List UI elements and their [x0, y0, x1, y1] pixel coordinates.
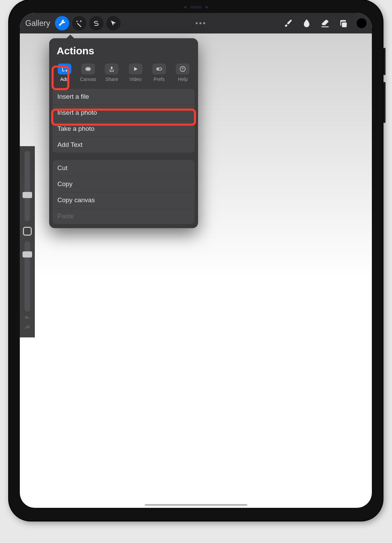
brush-opacity-slider[interactable]	[25, 241, 30, 311]
actions-tab-row: Add Canvas Share Video Prefs	[49, 62, 198, 87]
menu-paste: Paste	[53, 208, 195, 224]
tab-canvas[interactable]: Canvas	[76, 62, 100, 83]
layers-icon	[339, 18, 348, 28]
eraser-icon	[320, 18, 330, 28]
undo-icon[interactable]	[24, 315, 31, 321]
menu-copy-canvas[interactable]: Copy canvas	[53, 192, 195, 208]
menu-take-photo[interactable]: Take a photo	[53, 121, 195, 137]
ipad-frame: Gallery	[9, 0, 383, 521]
slider-thumb[interactable]	[23, 251, 32, 257]
tab-video[interactable]: Video	[124, 62, 147, 83]
svg-rect-0	[86, 68, 90, 70]
tab-help[interactable]: Help	[171, 62, 195, 83]
tab-label: Canvas	[80, 76, 96, 82]
eyedropper-button[interactable]	[23, 227, 32, 236]
tab-label: Help	[178, 76, 188, 82]
menu-cut[interactable]: Cut	[53, 160, 195, 176]
share-icon	[108, 66, 115, 72]
transform-button[interactable]	[106, 16, 121, 30]
redo-icon[interactable]	[24, 324, 31, 331]
side-panel	[20, 146, 35, 337]
toggle-icon	[156, 66, 163, 72]
brush-size-slider[interactable]	[25, 151, 30, 221]
wand-icon	[75, 19, 83, 27]
play-icon	[132, 66, 139, 72]
canvas-icon	[85, 66, 92, 72]
selection-s-icon	[93, 19, 100, 27]
tab-prefs[interactable]: Prefs	[147, 62, 171, 83]
smudge-tool[interactable]	[299, 15, 314, 31]
menu-group-insert: Insert a file Insert a photo Take a phot…	[49, 87, 198, 154]
tab-label: Share	[106, 76, 118, 82]
modify-button[interactable]	[196, 22, 205, 24]
smudge-icon	[302, 18, 311, 28]
slider-thumb[interactable]	[23, 192, 32, 198]
device-camera	[167, 5, 225, 10]
actions-button[interactable]	[55, 16, 69, 30]
adjustments-button[interactable]	[72, 16, 86, 30]
color-well[interactable]	[356, 18, 367, 29]
tab-label: Add	[60, 76, 69, 82]
home-indicator	[145, 504, 247, 506]
screen: Gallery	[20, 13, 372, 508]
selection-button[interactable]	[89, 16, 103, 30]
menu-add-text[interactable]: Add Text	[53, 137, 195, 153]
svg-point-2	[157, 68, 159, 70]
wrench-icon	[58, 19, 66, 27]
actions-popover: Actions Add Canvas Share Video	[49, 38, 198, 228]
cursor-icon	[110, 19, 117, 27]
tab-label: Prefs	[154, 76, 165, 82]
eraser-tool[interactable]	[317, 15, 333, 31]
brush-tool[interactable]	[280, 15, 296, 31]
layers-button[interactable]	[336, 15, 351, 31]
tab-add[interactable]: Add	[53, 62, 76, 83]
popover-title: Actions	[49, 38, 198, 62]
menu-copy[interactable]: Copy	[53, 176, 195, 192]
top-toolbar: Gallery	[20, 13, 372, 33]
brush-icon	[283, 18, 293, 28]
tab-share[interactable]: Share	[100, 62, 124, 83]
add-image-icon	[61, 66, 68, 72]
menu-insert-file[interactable]: Insert a file	[53, 89, 195, 105]
menu-insert-photo[interactable]: Insert a photo	[53, 105, 195, 121]
tab-label: Video	[129, 76, 142, 82]
gallery-button[interactable]: Gallery	[25, 19, 52, 28]
help-icon	[179, 66, 186, 72]
menu-group-clipboard: Cut Copy Copy canvas Paste	[49, 159, 198, 225]
